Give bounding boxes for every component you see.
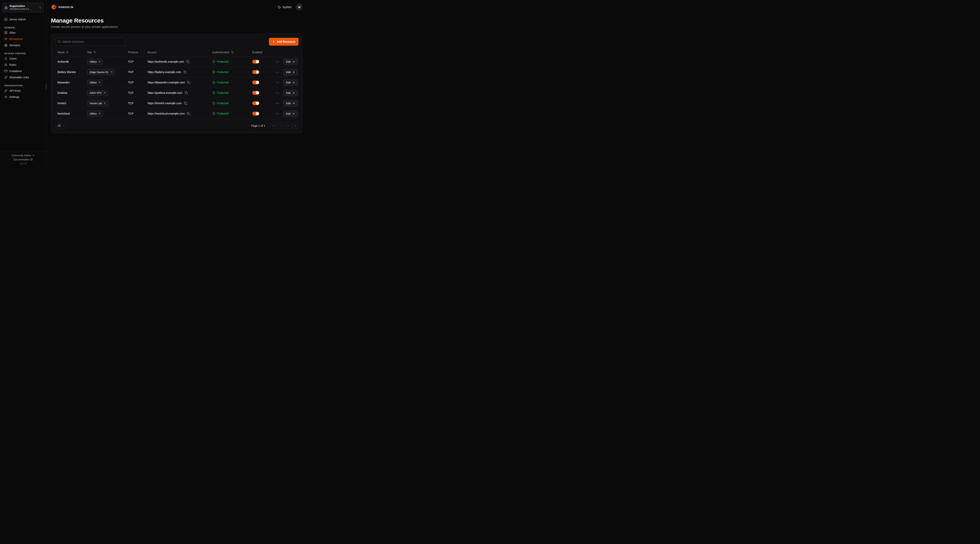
edit-button[interactable]: Edit <box>283 100 298 106</box>
search-wrap <box>55 38 125 46</box>
sidebar-item-label: API Keys <box>10 89 21 92</box>
copy-button[interactable] <box>184 91 188 95</box>
sidebar-item-sites[interactable]: Sites <box>2 30 44 36</box>
avatar[interactable]: M <box>296 4 302 10</box>
protocol: TCP <box>126 102 145 105</box>
sort-icon <box>231 51 234 54</box>
version-label: v1.7.0 <box>20 162 26 165</box>
edit-label: Edit <box>286 92 291 94</box>
sidebar-item-shareable-links[interactable]: Shareable Links <box>2 74 44 81</box>
site-link-button[interactable]: Office <box>87 79 103 86</box>
org-picker[interactable]: Organization milo@fossorial.io's ... <box>2 3 44 12</box>
brand-logo[interactable]: PANGOLIN <box>51 4 73 10</box>
site-name: Office <box>90 81 97 84</box>
shield-check-icon <box>212 70 215 74</box>
resource-name: Bitwarden <box>55 81 85 84</box>
arrow-right-icon <box>292 113 295 115</box>
sidebar-item-label: Settings <box>10 95 19 98</box>
site-link-button[interactable]: AWS VPC <box>87 90 108 96</box>
mail-icon <box>4 70 8 73</box>
copy-button[interactable] <box>186 60 190 63</box>
column-header-name[interactable]: Name <box>55 51 85 54</box>
access-url: https://authentik.example.com <box>148 60 184 63</box>
sidebar-resize-handle[interactable] <box>46 84 46 89</box>
site-link-button[interactable]: Office <box>87 111 103 117</box>
sidebar-item-api-keys[interactable]: API Keys <box>2 87 44 94</box>
sidebar-item-server-admin[interactable]: Server Admin <box>2 16 44 22</box>
more-options-button[interactable]: ⋯ <box>275 80 280 85</box>
column-header-protocol: Protocol <box>126 51 145 54</box>
sidebar-item-settings[interactable]: Settings <box>2 94 44 100</box>
edit-button[interactable]: Edit <box>283 79 298 86</box>
copy-button[interactable] <box>187 81 191 84</box>
server-icon <box>4 18 8 21</box>
chevron-left-icon <box>279 124 282 127</box>
copy-button[interactable] <box>184 101 188 105</box>
more-options-button[interactable]: ⋯ <box>275 111 280 116</box>
page-size-select[interactable]: 20 <box>55 122 67 129</box>
edit-button[interactable]: Edit <box>283 59 298 65</box>
pangolin-logo-icon <box>51 4 57 10</box>
arrow-right-icon <box>292 81 295 84</box>
pagination-controls: Page 1 of 1 <box>251 123 299 128</box>
external-link-icon <box>32 154 35 157</box>
column-header-authentication[interactable]: Authentication <box>210 51 250 54</box>
copy-button[interactable] <box>183 70 187 74</box>
sidebar-item-label: Domains <box>10 44 20 47</box>
enabled-toggle[interactable] <box>252 101 259 105</box>
last-page-button[interactable] <box>293 123 299 128</box>
more-options-button[interactable]: ⋯ <box>275 70 280 75</box>
theme-toggle[interactable]: System <box>278 5 292 9</box>
sidebar-item-domains[interactable]: Domains <box>2 42 44 48</box>
grid-icon <box>4 31 8 34</box>
sidebar-item-invitations[interactable]: Invitations <box>2 68 44 74</box>
more-options-button[interactable]: ⋯ <box>275 59 280 64</box>
next-page-button[interactable] <box>285 123 291 128</box>
enabled-toggle[interactable] <box>252 112 259 116</box>
column-header-site[interactable]: Site <box>85 51 126 54</box>
enabled-toggle[interactable] <box>252 70 259 74</box>
book-icon <box>30 159 33 161</box>
shield-check-icon <box>212 112 215 115</box>
community-edition-link[interactable]: Community Edition <box>11 154 35 157</box>
sidebar-item-resources[interactable]: Resources <box>2 36 44 42</box>
column-label: Enabled <box>252 51 262 54</box>
more-options-button[interactable]: ⋯ <box>275 90 280 95</box>
add-resource-button[interactable]: Add Resource <box>269 38 299 46</box>
copy-button[interactable] <box>186 112 191 116</box>
sidebar-item-roles[interactable]: Roles <box>2 62 44 68</box>
enabled-toggle[interactable] <box>252 60 259 63</box>
theme-label: System <box>282 5 292 9</box>
protocol: TCP <box>126 70 145 74</box>
copy-icon <box>183 70 186 74</box>
access-url: https://battery.example.com <box>148 70 181 74</box>
documentation-link[interactable]: Documentation <box>14 158 33 161</box>
add-resource-label: Add Resource <box>277 40 295 43</box>
search-input[interactable] <box>55 38 125 46</box>
previous-page-button[interactable] <box>278 123 283 128</box>
copy-icon <box>186 60 189 63</box>
key-icon <box>4 89 8 92</box>
first-page-button[interactable] <box>270 123 276 128</box>
chevron-down-icon <box>62 125 65 127</box>
avatar-initial: M <box>298 6 301 9</box>
site-link-button[interactable]: Office <box>87 59 103 65</box>
enabled-toggle[interactable] <box>252 91 259 95</box>
more-options-button[interactable]: ⋯ <box>275 101 280 106</box>
section-label-access-control: ACCESS CONTROL <box>4 52 42 55</box>
sidebar-item-users[interactable]: Users <box>2 56 44 62</box>
site-link-button[interactable]: Home Lab <box>87 100 108 106</box>
site-link-button[interactable]: Edge Device 01 <box>87 69 115 75</box>
edit-button[interactable]: Edit <box>283 69 298 75</box>
edit-button[interactable]: Edit <box>283 111 298 117</box>
arrow-right-icon <box>292 71 295 73</box>
shield-check-icon <box>212 102 215 105</box>
page-header: Manage Resources Create secure proxies t… <box>46 14 307 29</box>
site-name: Office <box>90 60 97 63</box>
table-footer: 20 Page 1 of 1 <box>55 122 299 129</box>
edit-button[interactable]: Edit <box>283 90 298 96</box>
resource-name: Authentik <box>55 60 85 63</box>
resource-name: Grafana <box>55 91 85 94</box>
arrow-right-icon <box>292 102 295 105</box>
enabled-toggle[interactable] <box>252 81 259 84</box>
